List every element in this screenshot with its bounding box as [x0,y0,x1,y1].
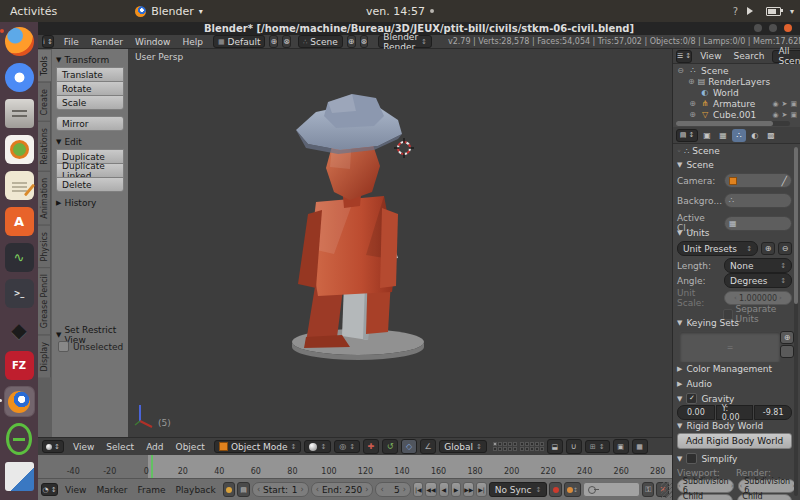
pivot-point-selector[interactable]: ◎↕ [334,440,360,453]
jump-to-start-button[interactable]: |◀ [413,482,423,497]
tool-shelf-tab[interactable]: Tools [38,49,51,82]
layers-widget[interactable] [520,442,544,451]
eye-icon[interactable]: ◉ [772,100,778,108]
gravity-z-field[interactable]: -9.81 [754,405,792,420]
panel-header-edit[interactable]: ▼ Edit [56,137,124,147]
dock-ubuntu-software-icon[interactable]: A [5,207,34,236]
dock-chromium-icon[interactable] [5,63,34,92]
add-rigid-body-world-button[interactable]: Add Rigid Body World [677,433,792,449]
menu-item[interactable]: Playback [171,485,221,495]
tool-button[interactable]: Rotate [56,81,124,96]
render-restrict-icon[interactable]: ▣ [790,100,797,108]
dock-libreoffice-icon[interactable] [5,462,34,491]
tool-button[interactable]: Scale [56,95,124,110]
snap-toggle[interactable]: ∪ [566,439,582,454]
snap-element-selector[interactable]: ⊞↕ [585,440,610,453]
outliner-row[interactable]: ⊕ ▤ RenderLayers ◉ ➤ ▣ [673,76,800,87]
window-titlebar[interactable]: Blender* [/home/machine/Bureau/3D/JEUX/p… [38,22,800,35]
record-button[interactable] [549,482,562,497]
tool-shelf-tab[interactable]: Create [38,82,51,122]
minimize-button[interactable] [754,24,762,32]
dock-blender-icon[interactable] [5,387,34,416]
tool-shelf-tab[interactable]: Display [38,335,51,378]
tool-button[interactable]: Duplicate Linked [56,163,124,178]
current-frame-marker[interactable] [151,455,153,478]
dock-firefox-icon[interactable] [5,27,34,56]
maximize-button[interactable] [769,24,777,32]
tool-shelf-tab[interactable]: Physics [38,225,51,268]
clock-button[interactable]: ven. 14:57 [366,5,434,18]
manipulator-axis-toggle[interactable]: ∠ [420,439,436,454]
jump-to-end-button[interactable]: ▶| [476,482,486,497]
menu-item[interactable]: Object [170,442,211,452]
dock-screen-recorder-icon[interactable] [6,423,32,455]
eye-icon[interactable]: ◉ [772,111,778,119]
simplify-render-slider[interactable]: ‹Subdivision 6› [738,479,795,493]
dock-terminal-icon[interactable]: >_ [5,279,34,308]
add-layout-button[interactable]: ⊕ [269,35,278,48]
menu-item[interactable]: View [60,485,91,495]
gravity-x-field[interactable]: 0.00 [677,405,715,420]
tool-shelf-tab[interactable]: Animation [38,171,51,225]
panel-header-audio[interactable]: ▶ Audio [677,379,792,389]
panel-header-history[interactable]: ▶ History [56,198,124,208]
system-tray[interactable]: ? ▾ [733,0,794,22]
simplify-viewport-slider[interactable]: ‹Subdivision 6› [677,479,734,493]
mode-selector[interactable]: Object Mode ↕ [214,440,302,453]
gravity-y-field[interactable]: Y: 0.00 [716,405,754,420]
3d-scene[interactable] [128,49,672,437]
unit-presets-dropdown[interactable]: Unit Presets↕ [677,241,758,256]
dock-media-viewer-icon[interactable] [5,135,34,164]
editor-type-selector[interactable]: ◔↕ [41,483,58,496]
manipulator-translate-toggle[interactable]: ✚ [363,439,379,454]
insert-keyframe-button[interactable]: ⚿ [642,482,655,497]
lock-time-toggle[interactable]: ▤ [237,482,250,497]
tool-button[interactable]: Translate [56,67,124,82]
menu-item[interactable]: Frame [133,485,171,495]
outliner-row[interactable]: ⊕ ⋔ Armature ◉ ➤ ▣ [673,98,800,109]
pin-icon[interactable]: ◦ [677,147,681,155]
auto-keyframe-toggle[interactable]: ↕ [564,482,581,497]
unselected-checkbox[interactable] [58,341,69,352]
3d-viewport[interactable]: User Persp (5) ToolsCreateRelationsAnima… [38,49,672,437]
outliner-row[interactable]: ⊕ ▽ Cube.001 ◉ ➤ ▣ [673,109,800,120]
close-button[interactable] [784,24,792,32]
remove-preset-button[interactable]: ⊖ [778,242,792,255]
vertical-scrollbar[interactable] [794,147,798,496]
use-preview-range-toggle[interactable] [223,482,236,497]
eyedropper-icon[interactable]: ╱ [782,176,787,186]
tab-texture[interactable]: ▩ [764,129,778,142]
panel-header-color-management[interactable]: ▶ Color Management [677,364,792,374]
panel-header-keying-sets[interactable]: ▼ Keying Sets [677,318,792,328]
remove-keying-set-button[interactable] [780,345,794,358]
expand-toggle-icon[interactable]: ⊕ [688,99,697,108]
tab-render-layers[interactable]: ▦ [716,129,730,142]
unit-scale-slider[interactable]: ‹1.000000› [724,291,792,305]
tool-shelf-tab[interactable]: Grease Pencil [38,267,51,334]
scene-selector[interactable]: ∴ Scene [298,35,343,48]
menu-item[interactable]: View [694,51,727,61]
expand-toggle-icon[interactable]: ⊖ [676,66,685,75]
panel-header-simplify[interactable]: ▼ Simplify [677,453,792,464]
tool-button[interactable]: Delete [56,177,124,192]
dock-file-manager-icon[interactable] [5,99,34,128]
delete-layout-button[interactable]: ⊗ [282,35,291,48]
display-scope-selector[interactable]: All Scenes [772,50,800,63]
keying-sets-list[interactable]: = [679,331,781,363]
frame-start-field[interactable]: ‹Start: 1› [252,482,309,497]
render-restrict-icon[interactable]: ▣ [790,111,797,119]
simplify-render-child-slider[interactable]: ‹Child 1.000› [737,494,793,500]
layers-widget[interactable] [493,442,517,451]
panel-header-gravity[interactable]: ▼ ✓ Gravity [677,393,792,404]
menu-item[interactable]: Select [100,442,140,452]
tool-shelf-tab[interactable]: Relations [38,121,51,171]
gravity-checkbox[interactable]: ✓ [686,393,697,404]
menu-item[interactable]: File [58,37,85,47]
manipulator-rotate-toggle[interactable]: ↺ [382,439,398,454]
manipulator-scale-toggle[interactable]: ◇ [401,439,417,454]
simplify-checkbox[interactable] [686,453,697,464]
menu-item[interactable]: Help [176,37,209,47]
selectable-icon[interactable]: ➤ [782,100,788,108]
editor-type-selector[interactable]: i↕ [42,35,54,48]
panel-header-transform[interactable]: ▼ Transform [56,55,124,65]
